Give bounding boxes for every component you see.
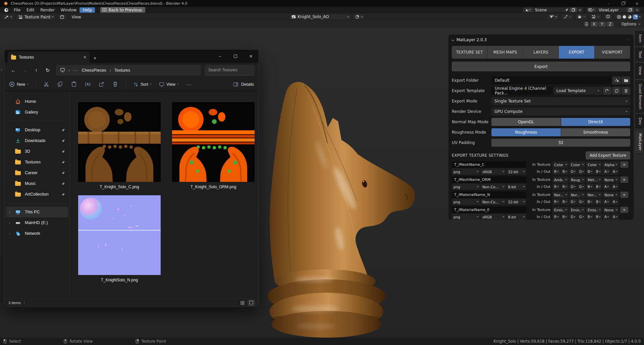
menubar-menu[interactable]: Edit (23, 7, 37, 13)
channel-input-dropdown[interactable]: Roug... (569, 177, 585, 183)
remove-texture-button[interactable] (620, 192, 628, 198)
delete-template-icon[interactable] (622, 87, 630, 95)
npanel-tab[interactable]: MatLayer (635, 130, 644, 154)
format-dropdown[interactable]: png (452, 168, 480, 175)
inout-channel-dropdown[interactable]: R (561, 184, 569, 190)
refresh-button[interactable] (43, 65, 53, 75)
inout-channel-dropdown[interactable]: G (578, 184, 585, 190)
texture-mask-dropdown[interactable] (589, 14, 601, 20)
axis-button[interactable]: Z (607, 22, 614, 27)
sidebar-item-downloads[interactable]: Downloads (6, 135, 68, 146)
new-image-button[interactable] (58, 14, 66, 20)
format-dropdown[interactable]: png (452, 199, 480, 205)
inout-channel-dropdown[interactable]: R (552, 184, 560, 190)
inout-channel-dropdown[interactable]: R (552, 214, 560, 220)
close-button[interactable] (630, 0, 644, 7)
inout-channel-dropdown[interactable]: R (552, 168, 560, 175)
up-button[interactable] (31, 65, 41, 75)
colorspace-dropdown[interactable]: Non-Co... (481, 184, 505, 190)
sidebar-item-desktop[interactable]: Desktop (6, 125, 68, 135)
explorer-tab[interactable]: Textures ✕ (8, 52, 90, 63)
bit-depth-dropdown[interactable]: 8-bit (506, 184, 526, 190)
file-item[interactable]: T_Knight_Solo_C.png (78, 102, 161, 189)
channel-input-dropdown[interactable]: Color (569, 161, 585, 168)
inout-channel-dropdown[interactable]: A (603, 214, 610, 220)
menubar-menu[interactable]: Help (79, 7, 95, 13)
export-template-field[interactable]: Unreal Engine 4 (Channel Pack... (491, 87, 553, 95)
snapping-dropdown[interactable] (575, 14, 587, 20)
inout-channel-dropdown[interactable]: B (586, 214, 594, 220)
inout-channel-dropdown[interactable]: B (586, 184, 594, 190)
remove-texture-button[interactable] (620, 207, 628, 213)
sidebar-item-3d[interactable]: 3D (6, 146, 68, 157)
inout-channel-dropdown[interactable]: A (603, 168, 610, 175)
file-item[interactable]: T_Knight_Solo_ORM.png (172, 102, 255, 189)
expand-chevron-icon[interactable] (9, 221, 10, 225)
forward-button[interactable] (20, 65, 30, 75)
channel-input-dropdown[interactable]: Met... (586, 177, 602, 183)
copy-icon[interactable] (57, 81, 63, 87)
export-folder-field[interactable]: Default (491, 76, 611, 84)
panel-grip-icon[interactable] (625, 38, 630, 42)
channel-input-dropdown[interactable]: Color (552, 161, 569, 168)
new-scene-icon[interactable] (570, 7, 577, 12)
inout-channel-dropdown[interactable]: G (578, 214, 585, 220)
inout-channel-dropdown[interactable]: A (611, 184, 619, 190)
inout-channel-dropdown[interactable]: B (586, 199, 594, 205)
sidebar-item-gallery[interactable]: Gallery (6, 107, 68, 118)
view-menu[interactable]: View (68, 14, 84, 20)
channel-input-dropdown[interactable]: None (603, 177, 619, 183)
sidebar-item-career[interactable]: Career (6, 167, 68, 178)
matlayer-tab[interactable]: EXPORT (559, 46, 594, 59)
matlayer-tab[interactable]: MESH MAPS (487, 46, 523, 59)
minimize-button[interactable] (602, 0, 616, 7)
reset-folder-icon[interactable] (612, 76, 621, 84)
inout-channel-dropdown[interactable]: R (561, 168, 569, 175)
share-icon[interactable] (99, 81, 104, 87)
expand-chevron-icon[interactable] (9, 210, 10, 214)
viewlayer-selector[interactable]: ViewLayer × (586, 7, 641, 13)
sidebar-item-mainhd[interactable]: MainHD (E:) (6, 217, 68, 228)
inout-channel-dropdown[interactable]: B (594, 199, 602, 205)
unlink-scene-icon[interactable]: × (577, 7, 583, 12)
texture-name-field[interactable]: T_/MeshName_C (452, 161, 526, 168)
scene-selector[interactable]: Scene × (523, 7, 584, 13)
panel-expand-arrow[interactable] (1, 66, 3, 73)
inout-channel-dropdown[interactable]: B (594, 184, 602, 190)
inout-channel-dropdown[interactable]: G (569, 199, 577, 205)
menubar-menu[interactable]: Window (58, 7, 79, 13)
remove-texture-button[interactable] (620, 177, 628, 183)
smoothness-option[interactable]: Smoothness (561, 128, 631, 136)
inout-channel-dropdown[interactable]: R (561, 199, 569, 205)
rename-icon[interactable] (85, 81, 91, 87)
back-button[interactable] (8, 65, 18, 75)
npanel-tab[interactable]: Quad Remesh (635, 80, 644, 113)
render-device-dropdown[interactable]: GPU Compute (491, 108, 630, 116)
npanel-tab[interactable]: Dev (635, 114, 644, 128)
breadcrumb[interactable]: ChessPieces Textures (56, 65, 201, 76)
channel-input-dropdown[interactable]: Color (586, 161, 602, 168)
inout-channel-dropdown[interactable]: A (603, 184, 610, 190)
axis-button[interactable]: Y (599, 22, 606, 27)
refresh-template-icon[interactable] (612, 87, 621, 95)
file-item[interactable]: T_KnightSolo_N.png (78, 195, 161, 282)
image-datablock-selector[interactable]: Knight_Solo_AO (289, 14, 351, 20)
bit-depth-dropdown[interactable]: 8-bit (506, 214, 526, 220)
pin-icon[interactable] (563, 7, 570, 12)
select-visibility-dropdown[interactable] (547, 14, 559, 20)
colorspace-dropdown[interactable]: sRGB (481, 214, 505, 220)
options-dropdown[interactable]: Options (620, 22, 641, 26)
explorer-minimize-button[interactable] (212, 50, 228, 63)
inout-channel-dropdown[interactable]: B (586, 168, 594, 175)
paste-icon[interactable] (71, 81, 77, 87)
wireframe-shading-icon[interactable] (617, 15, 621, 19)
back-to-previous-button[interactable]: Back to Previous (100, 7, 146, 13)
sidebar-item-artcollection[interactable]: ArtCollection (6, 189, 68, 200)
inout-channel-dropdown[interactable]: B (594, 214, 602, 220)
remove-viewlayer-icon[interactable]: × (634, 7, 640, 12)
remove-texture-button[interactable] (620, 161, 628, 168)
npanel-tab[interactable]: Item (635, 31, 644, 46)
export-mode-dropdown[interactable]: Single Texture Set (491, 97, 630, 105)
uv-padding-slider[interactable]: 32 (491, 139, 630, 147)
texture-name-field[interactable]: T_/MaterialName_E (452, 207, 526, 213)
